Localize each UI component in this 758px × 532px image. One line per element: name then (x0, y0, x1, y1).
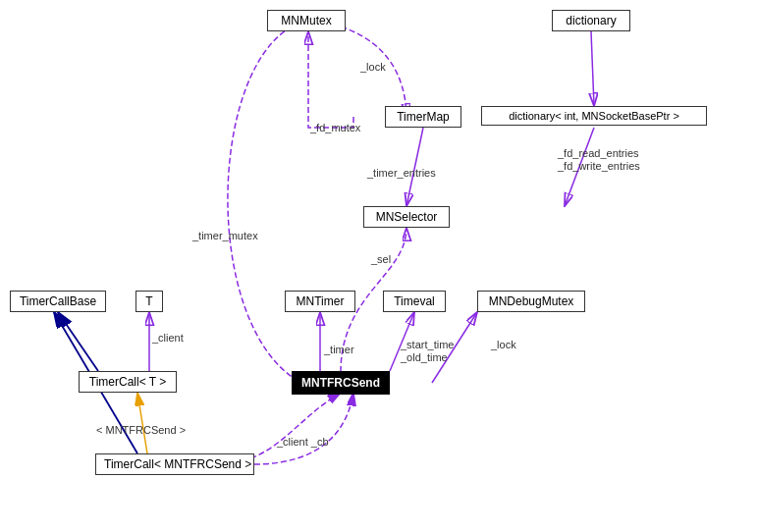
label-client-cb: _client _cb (277, 436, 329, 448)
diagram-container: MNMutex dictionary dictionary< int, MNSo… (0, 0, 758, 532)
node-timercallbase[interactable]: TimerCallBase (10, 291, 106, 312)
label-old-time: _old_time (401, 351, 448, 363)
label-start-time: _start_time (401, 339, 454, 350)
label-fd-read: _fd_read_entries (558, 147, 639, 159)
node-timermap[interactable]: TimerMap (385, 106, 461, 128)
svg-line-9 (137, 393, 147, 453)
node-dictionary-tmpl[interactable]: dictionary< int, MNSocketBasePtr > (481, 106, 707, 126)
node-timercallt[interactable]: TimerCall< T > (79, 371, 177, 393)
label-client-t: _client (152, 332, 184, 344)
label-timer-mutex: _timer_mutex (192, 230, 258, 241)
label-lock2: _lock (491, 339, 516, 350)
label-timer: _timer (324, 344, 354, 355)
label-lock: _lock (360, 61, 386, 73)
node-mnselector[interactable]: MNSelector (363, 206, 450, 228)
node-mnmutex[interactable]: MNMutex (267, 10, 346, 31)
node-dictionary[interactable]: dictionary (552, 10, 630, 31)
label-fd-write: _fd_write_entries (558, 160, 640, 172)
svg-line-0 (591, 31, 594, 106)
label-timer-entries: _timer_entries (367, 167, 436, 179)
label-sel: _sel (371, 253, 391, 265)
node-timeval[interactable]: Timeval (383, 291, 446, 312)
node-mndebugmutex[interactable]: MNDebugMutex (477, 291, 585, 312)
svg-line-7 (58, 312, 98, 371)
arrows-svg (0, 0, 758, 532)
label-fd-mutex: _fd_mutex (310, 122, 360, 133)
node-timercall-mntfrcsend[interactable]: TimerCall< MNTFRCSend > (95, 453, 254, 475)
label-lt-mntfrcsend: < MNTFRCSend > (96, 424, 186, 436)
node-t[interactable]: T (135, 291, 163, 312)
node-mntimer[interactable]: MNTimer (285, 291, 355, 312)
node-mntfrcsend[interactable]: MNTFRCSend (292, 371, 390, 395)
